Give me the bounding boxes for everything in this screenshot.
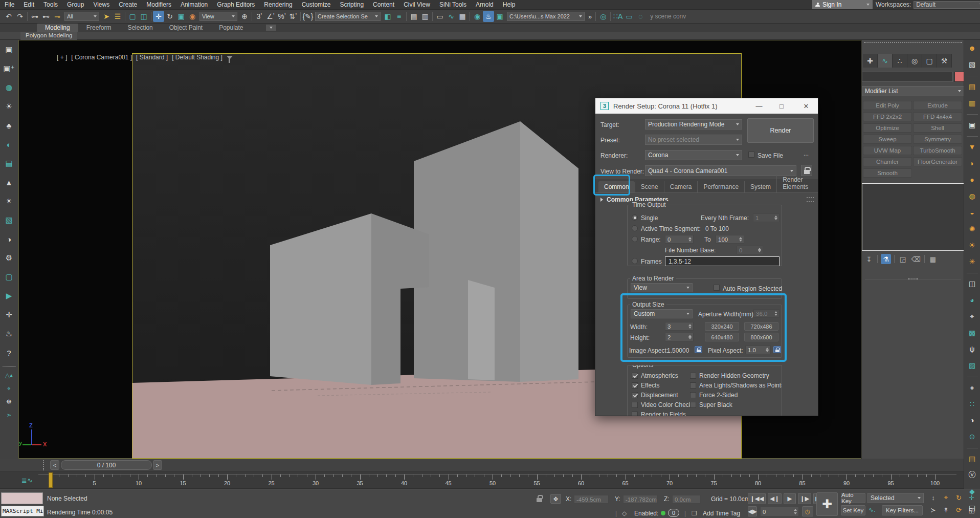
angle-snap-icon[interactable]: ∠ʼ bbox=[265, 11, 276, 22]
scene-explorer-icon[interactable]: ▤ bbox=[408, 11, 419, 22]
percent-snap-icon[interactable]: %ʼ bbox=[276, 11, 287, 22]
gray-sphere-icon[interactable]: ● bbox=[966, 381, 978, 394]
configure-modifier-sets-icon[interactable]: ▦ bbox=[928, 254, 938, 264]
align-icon[interactable]: ≡ bbox=[393, 11, 405, 22]
object-name-field[interactable] bbox=[862, 72, 953, 82]
image-plane-icon[interactable]: ▲ bbox=[3, 176, 16, 189]
project-folder-dropdown[interactable]: C:\Users\u...s Max 2022 bbox=[507, 12, 585, 21]
walk-through-button[interactable]: ↟ bbox=[940, 504, 952, 516]
placement-tool-icon[interactable]: ◉ bbox=[187, 11, 198, 22]
selection-lock-icon[interactable] bbox=[536, 495, 543, 503]
dialog-tab[interactable]: Render Elements bbox=[776, 174, 818, 192]
resolution-preset-button[interactable]: 800x600 bbox=[744, 333, 778, 341]
save-file-checkbox[interactable] bbox=[748, 152, 754, 158]
menu-item[interactable]: File bbox=[0, 0, 19, 9]
workspace-select[interactable]: Default bbox=[914, 1, 980, 9]
option-checkbox[interactable] bbox=[632, 373, 638, 379]
single-radio[interactable] bbox=[632, 214, 638, 221]
every-nth-frame-field[interactable]: 1 bbox=[753, 213, 779, 222]
selection-filter-dropdown[interactable]: All bbox=[64, 12, 99, 21]
dialog-tab[interactable]: Scene bbox=[635, 181, 664, 192]
ribbon-tab[interactable]: Object Paint bbox=[161, 24, 211, 32]
option-checkbox[interactable] bbox=[690, 382, 696, 389]
height-field[interactable]: 2 bbox=[665, 333, 694, 341]
menu-item[interactable]: Edit bbox=[19, 0, 39, 9]
expand-arrow-icon[interactable]: ◱ bbox=[966, 502, 978, 514]
area-mode-dropdown[interactable]: View bbox=[631, 283, 693, 292]
modifier-button[interactable]: UVW Map bbox=[863, 146, 912, 155]
disc-arrow-icon[interactable]: ◒ bbox=[966, 206, 978, 219]
time-slider-marker[interactable] bbox=[49, 472, 53, 488]
width-field[interactable]: 3 bbox=[665, 322, 694, 331]
panel-grip[interactable] bbox=[864, 42, 962, 43]
modifier-button[interactable]: Smooth bbox=[863, 168, 912, 178]
menu-item[interactable]: Rendering bbox=[259, 0, 297, 9]
rocket-icon[interactable]: ➣ bbox=[3, 411, 16, 420]
bulb-gear-icon[interactable]: ⚙ bbox=[3, 251, 16, 265]
viewport-style-label[interactable]: [ Standard ] bbox=[136, 54, 168, 61]
grass-icon[interactable]: ψ bbox=[966, 343, 978, 355]
move-tool-icon[interactable]: ✛ bbox=[153, 11, 164, 22]
modifier-button[interactable]: Optimize bbox=[863, 123, 912, 133]
palette-icon[interactable]: ◑ bbox=[966, 414, 978, 426]
add-time-tag[interactable]: Add Time Tag bbox=[703, 510, 740, 517]
doc-camera-icon[interactable]: ▥ bbox=[966, 97, 978, 109]
planet-icon[interactable]: ☸ bbox=[3, 397, 16, 406]
range-from-field[interactable]: 0 bbox=[665, 235, 694, 244]
shield-icon[interactable]: ◇ bbox=[622, 510, 627, 517]
fov-button[interactable]: ≻ bbox=[927, 504, 940, 516]
fire-icon[interactable]: ✴ bbox=[3, 195, 16, 208]
key-mode-dropdown[interactable]: Selected bbox=[867, 493, 924, 503]
show-end-result-icon[interactable]: ⚗ bbox=[881, 254, 891, 264]
tab-modify[interactable]: ∿ bbox=[878, 54, 893, 68]
z-coordinate-field[interactable]: 0.0cm bbox=[672, 495, 701, 504]
menu-item[interactable]: Civil View bbox=[399, 0, 435, 9]
option-checkbox[interactable] bbox=[690, 402, 696, 408]
dialog-tab[interactable]: System bbox=[744, 181, 776, 192]
viewport-filter-icon[interactable] bbox=[227, 56, 233, 59]
sphere-light-icon[interactable]: ● bbox=[966, 174, 978, 186]
frames-radio[interactable] bbox=[632, 258, 638, 264]
viewport-menu-plus[interactable]: [ + ] bbox=[57, 54, 67, 61]
unlink-icon[interactable]: ⊷ bbox=[40, 11, 52, 22]
menu-item[interactable]: Content bbox=[368, 0, 399, 9]
doc-bulb-icon[interactable]: ▤ bbox=[966, 80, 978, 93]
option-checkbox[interactable] bbox=[632, 412, 638, 417]
video-player-icon[interactable]: ▶ bbox=[3, 289, 16, 303]
key-mode-toggle[interactable]: ◀▶ bbox=[748, 506, 757, 516]
key-filters-button[interactable]: Key Filters... bbox=[882, 505, 923, 515]
tab-motion[interactable]: ◎ bbox=[907, 54, 922, 68]
save-file-browse-button[interactable]: ... bbox=[804, 150, 809, 157]
menu-item[interactable]: Create bbox=[114, 0, 142, 9]
next-frame-button[interactable]: ❙▶ bbox=[798, 493, 811, 504]
image-aspect-lock-icon[interactable] bbox=[695, 346, 702, 353]
quad-arrows-icon[interactable]: ✛ bbox=[3, 308, 16, 321]
option-checkbox[interactable] bbox=[632, 402, 638, 408]
next-frame-button[interactable]: > bbox=[153, 460, 162, 470]
set-key-button[interactable]: Set Key bbox=[841, 505, 865, 515]
redo-icon[interactable]: ↷ bbox=[14, 11, 26, 22]
add-camera-icon[interactable]: ▣⁺ bbox=[3, 62, 16, 75]
fire-cube-icon[interactable]: ▨ bbox=[966, 359, 978, 372]
resolution-preset-button[interactable]: 640x480 bbox=[705, 333, 739, 341]
material-balls-icon[interactable]: ∷ bbox=[966, 398, 978, 410]
edit-named-selections-icon[interactable]: {✎} bbox=[302, 11, 314, 22]
tab-utilities[interactable]: ⚒ bbox=[937, 54, 952, 68]
auto-key-button[interactable]: Auto Key bbox=[841, 493, 865, 503]
sphere-plane-icon[interactable]: ⊙ bbox=[966, 430, 978, 443]
scale-triangles-icon[interactable]: △▴ bbox=[3, 371, 16, 380]
option-checkbox[interactable] bbox=[690, 373, 696, 379]
modifier-button[interactable]: TurboSmooth bbox=[913, 146, 962, 155]
zoom-extents-button[interactable]: ↻ bbox=[952, 491, 965, 504]
cube-dots-icon[interactable]: ▧ bbox=[966, 58, 978, 71]
maxscript-mini-listener[interactable]: MAXScript Mi bbox=[1, 506, 44, 516]
explorer-a-icon[interactable]: ∷A bbox=[612, 11, 623, 22]
select-object-icon[interactable]: ➤ bbox=[101, 11, 112, 22]
menu-item[interactable]: Arnold bbox=[471, 0, 498, 9]
modifier-button[interactable]: Chamfer bbox=[863, 157, 912, 166]
track-ruler[interactable]: 0510152025303540455055606570758085909510… bbox=[0, 472, 956, 489]
preset-dropdown[interactable]: No preset selected bbox=[645, 135, 742, 145]
sign-in-control[interactable]: Sign In bbox=[812, 0, 873, 9]
barrels-icon[interactable]: ▩ bbox=[966, 327, 978, 339]
crossing-region-icon[interactable]: ◫ bbox=[138, 11, 149, 22]
